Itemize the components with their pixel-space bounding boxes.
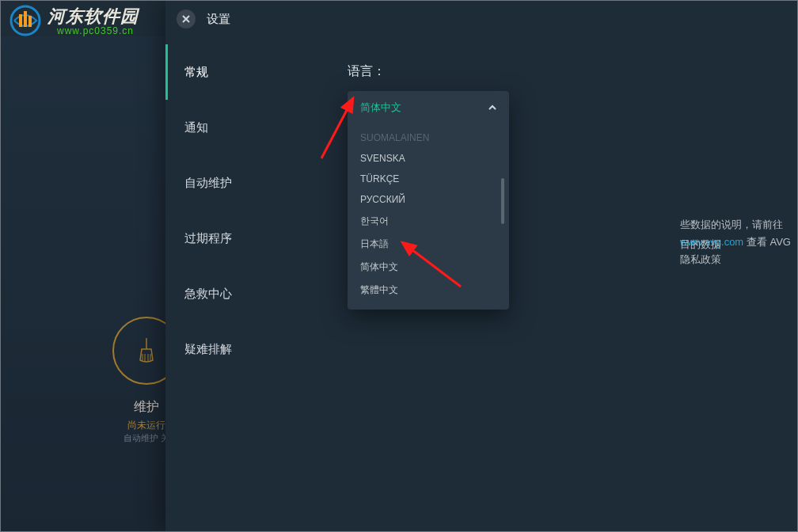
nav-auto-maintenance[interactable]: 自动维护 xyxy=(165,155,332,211)
language-option[interactable]: 繁體中文 xyxy=(348,279,509,302)
data-notice-line2: 目的数据 xyxy=(680,238,721,252)
settings-header: 设置 xyxy=(165,0,798,38)
language-option[interactable]: TÜRKÇE xyxy=(348,169,509,189)
language-option[interactable]: SVENSKA xyxy=(348,148,509,169)
nav-rescue-center[interactable]: 急救中心 xyxy=(165,266,332,321)
close-icon xyxy=(182,15,190,23)
close-button[interactable] xyxy=(177,10,196,28)
language-option[interactable]: 日本語 xyxy=(348,233,509,256)
settings-sidebar: 常规 通知 自动维护 过期程序 急救中心 疑难排解 xyxy=(165,38,332,532)
nav-outdated-programs[interactable]: 过期程序 xyxy=(165,211,332,266)
watermark-subtitle: www.pc0359.cn xyxy=(57,25,134,36)
nav-notifications[interactable]: 通知 xyxy=(165,100,332,155)
language-option[interactable]: 简体中文 xyxy=(348,256,509,279)
language-label: 语言： xyxy=(348,63,766,80)
dropdown-scrollbar[interactable] xyxy=(501,178,504,224)
svg-rect-1 xyxy=(19,14,22,27)
nav-troubleshoot[interactable]: 疑难排解 xyxy=(165,321,332,377)
language-option[interactable]: 한국어 xyxy=(348,210,509,233)
watermark-globe-icon xyxy=(6,5,44,36)
settings-title: 设置 xyxy=(207,12,230,27)
language-dropdown-selected[interactable]: 简体中文 xyxy=(348,91,509,124)
language-selected-text: 简体中文 xyxy=(360,101,401,115)
watermark-logo xyxy=(6,5,44,36)
settings-content: 语言： 简体中文 SUOMALAINEN SVENSKA TÜRKÇE РУСС… xyxy=(332,38,798,532)
language-option[interactable]: SUOMALAINEN xyxy=(348,127,509,148)
notice-prefix: 些数据的说明，请前往 xyxy=(680,218,783,230)
brush-icon xyxy=(135,336,158,365)
language-dropdown[interactable]: 简体中文 SUOMALAINEN SVENSKA TÜRKÇE РУССКИЙ … xyxy=(348,91,509,310)
language-option-list: SUOMALAINEN SVENSKA TÜRKÇE РУССКИЙ 한국어 日… xyxy=(348,124,509,310)
svg-rect-2 xyxy=(24,11,27,27)
language-option[interactable]: РУССКИЙ xyxy=(348,189,509,210)
nav-general[interactable]: 常规 xyxy=(165,44,332,100)
settings-panel: 设置 常规 通知 自动维护 过期程序 急救中心 疑难排解 语言： 简体中文 SU… xyxy=(165,0,798,532)
svg-rect-3 xyxy=(28,16,32,27)
chevron-up-icon xyxy=(488,104,496,112)
